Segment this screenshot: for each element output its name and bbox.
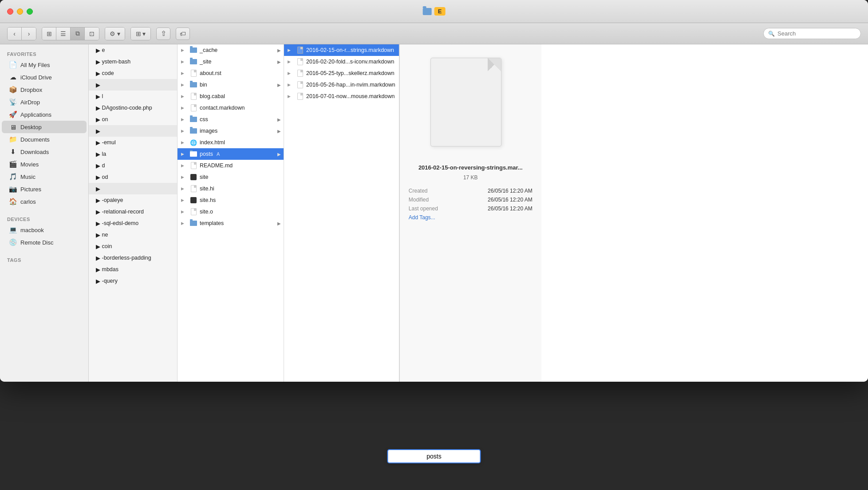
sidebar-item-remote-disc[interactable]: 💿 Remote Disc [2, 236, 87, 249]
rename-input[interactable] [395, 453, 473, 460]
sidebar-item-carlos[interactable]: 🏠 carlos [2, 195, 87, 208]
toolbar: ‹ › ⊞ ☰ ⧉ ⊡ ⚙ ▾ ⊞ ▾ ⇧ 🏷 🔍 [0, 23, 868, 44]
expand-arrow: ▶ [181, 117, 184, 122]
sidebar-item-macbook[interactable]: 💻 macbook [2, 224, 87, 236]
list-item[interactable]: ▶ la [89, 148, 177, 160]
expand-arrow: ▶ [181, 163, 184, 168]
list-item[interactable]: ▶ on [89, 114, 177, 125]
sidebar-item-music[interactable]: 🎵 Music [2, 170, 87, 183]
file-icon [296, 82, 304, 88]
preview-filename: 2016-02-15-on-reversing-strings.mar... [418, 164, 523, 171]
rename-bar[interactable] [387, 449, 481, 463]
desktop-icon: 🖥 [9, 123, 17, 131]
sidebar-item-documents[interactable]: 📁 Documents [2, 133, 87, 146]
list-item[interactable]: ▶ ystem-bash [89, 56, 177, 67]
search-box[interactable]: 🔍 [763, 28, 861, 39]
list-item[interactable]: ▶ site.hs [178, 194, 284, 206]
list-item[interactable]: ▶ bin ▶ [178, 79, 284, 91]
column-view-button[interactable]: ⧉ [71, 28, 85, 40]
list-item[interactable]: ▶ code [89, 67, 177, 79]
column-2: ▶ 2016-02-15-on-r...strings.markdown ▶ 2… [284, 44, 399, 382]
list-item[interactable]: ▶ d [89, 160, 177, 171]
gallery-view-button[interactable]: ⊡ [85, 28, 99, 40]
list-item[interactable]: ▶ css ▶ [178, 114, 284, 125]
list-item[interactable]: ▶ [89, 125, 177, 137]
expand-arrow: ▶ [181, 198, 184, 202]
list-item[interactable]: ▶ -emul [89, 137, 177, 148]
list-item[interactable]: ▶ _cache ▶ [178, 44, 284, 56]
expand-arrow: ▶ [288, 48, 291, 52]
title-center: E [423, 7, 446, 16]
preview-icon [430, 58, 510, 155]
icon-view-button[interactable]: ⊞ [42, 28, 56, 40]
list-item[interactable]: ▶ images ▶ [178, 125, 284, 137]
list-item[interactable]: ▶ l [89, 91, 177, 102]
list-item[interactable]: ▶ -opaleye [89, 194, 177, 206]
list-item[interactable]: ▶ coin [89, 241, 177, 252]
back-button[interactable]: ‹ [8, 28, 22, 40]
share-button[interactable]: ⇧ [156, 28, 170, 40]
list-item[interactable]: ▶ site.hi [178, 183, 284, 194]
sidebar-item-pictures[interactable]: 📷 Pictures [2, 183, 87, 195]
list-item[interactable]: ▶ site.o [178, 206, 284, 217]
list-item[interactable]: ▶ -relational-record [89, 206, 177, 217]
file-name: bin [200, 82, 207, 88]
preview-metadata: Created 26/05/16 12:20 AM Modified 26/05… [409, 188, 533, 221]
tag-button[interactable]: 🏷 [176, 28, 190, 40]
rename-indicator: A [217, 151, 220, 157]
list-item[interactable]: ▶ site [178, 171, 284, 183]
minimize-button[interactable] [17, 8, 23, 15]
close-button[interactable] [7, 8, 13, 15]
list-item[interactable]: ▶ DAgostino-code.php [89, 102, 177, 114]
sidebar-item-applications[interactable]: 🚀 Applications [2, 108, 87, 121]
search-icon: 🔍 [768, 31, 775, 37]
favorites-header: Favorites [0, 48, 88, 59]
list-item[interactable]: ▶ README.md [178, 160, 284, 171]
sidebar-item-dropbox[interactable]: 📦 Dropbox [2, 83, 87, 96]
posts-folder[interactable]: ▶ posts A ▶ [178, 148, 284, 160]
list-item[interactable]: ▶ -borderless-padding [89, 252, 177, 264]
list-view-button[interactable]: ☰ [56, 28, 71, 40]
list-item[interactable]: ▶ 2016-05-25-typ...skellerz.markdown [284, 67, 399, 79]
list-item[interactable]: ▶ contact.markdown [178, 102, 284, 114]
action-buttons: ⚙ ▾ [105, 27, 125, 40]
list-item[interactable]: ▶ _site ▶ [178, 56, 284, 67]
list-item[interactable]: ▶ 🌐 index.html [178, 137, 284, 148]
sidebar-item-label: Desktop [20, 124, 42, 130]
list-item[interactable]: ▶ templates ▶ [178, 217, 284, 229]
columns-area: ▶ e ▶ ystem-bash ▶ code ▶ ▶ l ▶ DAgostin… [89, 44, 868, 382]
sidebar-item-icloud[interactable]: ☁ iCloud Drive [2, 71, 87, 83]
list-item[interactable]: ▶ [89, 79, 177, 91]
list-item[interactable]: ▶ mbdas [89, 264, 177, 275]
preview-panel: 2016-02-15-on-reversing-strings.mar... 1… [399, 44, 541, 382]
sidebar-item-movies[interactable]: 🎬 Movies [2, 158, 87, 170]
arrange-button[interactable]: ⊞ ▾ [131, 28, 150, 40]
sidebar-item-downloads[interactable]: ⬇ Downloads [2, 146, 87, 158]
list-item[interactable]: ▶ e [89, 44, 177, 56]
folder-icon [190, 47, 197, 53]
list-item[interactable]: ▶ [89, 183, 177, 194]
list-item[interactable]: ▶ 2016-05-26-hap...in-nvim.markdown [284, 79, 399, 91]
add-tags-button[interactable]: Add Tags... [409, 214, 533, 221]
list-item[interactable]: ▶ 2016-02-15-on-r...strings.markdown [284, 44, 399, 56]
modified-value: 26/05/16 12:20 AM [488, 197, 533, 203]
column-0: ▶ e ▶ ystem-bash ▶ code ▶ ▶ l ▶ DAgostin… [89, 44, 178, 382]
file-icon [190, 186, 197, 192]
file-icon [190, 70, 197, 76]
sidebar-item-airdrop[interactable]: 📡 AirDrop [2, 96, 87, 108]
list-item[interactable]: ▶ -sql-edsl-demo [89, 217, 177, 229]
list-item[interactable]: ▶ od [89, 171, 177, 183]
maximize-button[interactable] [27, 8, 33, 15]
sidebar-item-desktop[interactable]: 🖥 Desktop [2, 121, 87, 133]
list-item[interactable]: ▶ 2016-07-01-now...mouse.markdown [284, 91, 399, 102]
list-item[interactable]: ▶ about.rst [178, 67, 284, 79]
list-item[interactable]: ▶ ne [89, 229, 177, 241]
list-item[interactable]: ▶ -query [89, 275, 177, 287]
sidebar-item-label: All My Files [20, 62, 50, 68]
list-item[interactable]: ▶ blog.cabal [178, 91, 284, 102]
search-input[interactable] [777, 30, 856, 37]
sidebar-item-all-my-files[interactable]: 📄 All My Files [2, 59, 87, 71]
forward-button[interactable]: › [22, 28, 36, 40]
gear-button[interactable]: ⚙ ▾ [105, 28, 125, 40]
list-item[interactable]: ▶ 2016-02-20-fold...s-iconv.markdown [284, 56, 399, 67]
